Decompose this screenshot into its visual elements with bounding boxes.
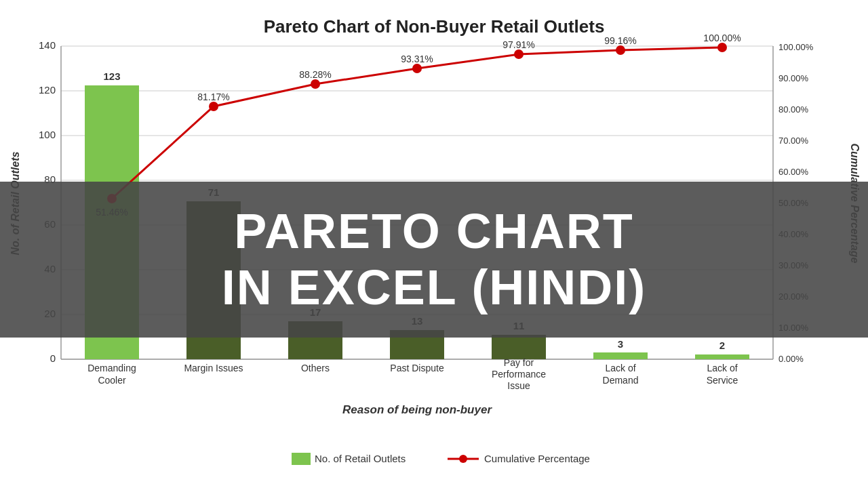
- svg-text:Issue: Issue: [507, 380, 530, 391]
- cum-label-1: 81.17%: [197, 92, 229, 102]
- cum-dot-1: [209, 102, 218, 111]
- svg-text:Performance: Performance: [492, 369, 546, 380]
- svg-text:100: 100: [39, 129, 56, 140]
- svg-text:Service: Service: [707, 375, 738, 386]
- svg-text:140: 140: [39, 39, 56, 51]
- bar-lack-demand: [593, 352, 648, 359]
- svg-text:Demand: Demand: [603, 375, 639, 386]
- overlay-text: PARETO CHART IN EXCEL (HINDI): [222, 203, 647, 316]
- legend-line-label: Cumulative Percentage: [484, 453, 590, 464]
- bar-pay-performance: [492, 335, 546, 359]
- svg-text:Pay for: Pay for: [504, 357, 534, 368]
- svg-text:0: 0: [50, 352, 56, 364]
- bar-lack-service: [695, 354, 749, 359]
- cum-dot-6: [717, 43, 727, 52]
- chart-title: Pareto Chart of Non-Buyer Retail Outlets: [264, 16, 605, 37]
- svg-text:Cooler: Cooler: [98, 375, 126, 386]
- svg-text:Demanding: Demanding: [87, 363, 136, 373]
- svg-text:90.00%: 90.00%: [778, 73, 809, 83]
- svg-text:100.00%: 100.00%: [778, 42, 814, 52]
- svg-text:60.00%: 60.00%: [778, 167, 809, 177]
- cum-label-5: 99.16%: [604, 35, 636, 46]
- chart-container: Pareto Chart of Non-Buyer Retail Outlets…: [0, 0, 868, 488]
- svg-text:70.00%: 70.00%: [778, 136, 809, 146]
- legend-bar-swatch: [292, 453, 311, 465]
- cum-dot-2: [311, 79, 320, 89]
- cum-dot-4: [514, 49, 524, 59]
- svg-text:Margin Issues: Margin Issues: [184, 363, 243, 373]
- overlay-banner: PARETO CHART IN EXCEL (HINDI): [0, 182, 868, 338]
- cum-dot-3: [412, 64, 422, 73]
- svg-text:Lack of: Lack of: [707, 363, 737, 373]
- svg-text:2: 2: [719, 340, 725, 351]
- legend-line-dot: [459, 455, 467, 463]
- cum-dot-5: [616, 45, 625, 55]
- svg-text:3: 3: [618, 338, 623, 350]
- cum-label-2: 88.28%: [299, 69, 331, 80]
- cum-label-6: 100.00%: [703, 33, 741, 43]
- svg-text:80.00%: 80.00%: [778, 104, 809, 115]
- svg-text:0.00%: 0.00%: [778, 354, 804, 364]
- svg-text:Lack of: Lack of: [605, 363, 635, 373]
- svg-text:123: 123: [103, 70, 120, 82]
- cum-label-4: 97.91%: [502, 39, 534, 50]
- svg-text:Reason of being non-buyer: Reason of being non-buyer: [342, 403, 492, 416]
- cum-label-3: 93.31%: [401, 54, 433, 64]
- legend-bar-label: No. of Retail Outlets: [315, 453, 406, 464]
- svg-text:Others: Others: [301, 363, 330, 373]
- svg-text:Past Dispute: Past Dispute: [390, 363, 444, 373]
- svg-text:120: 120: [39, 84, 56, 96]
